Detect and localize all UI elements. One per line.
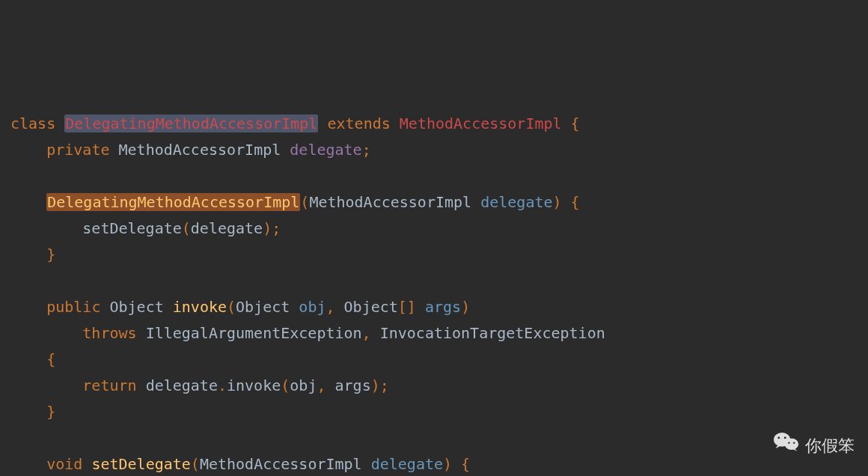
keyword-private: private: [46, 141, 109, 159]
type-object[interactable]: Object: [344, 298, 398, 316]
param-type[interactable]: MethodAccessorImpl: [200, 455, 362, 473]
paren-close: ): [371, 376, 380, 394]
paren-open: (: [182, 219, 191, 237]
brace-close: }: [46, 245, 55, 263]
semicolon: ;: [272, 219, 281, 237]
comma: ,: [362, 324, 371, 342]
brace-open: {: [571, 115, 580, 132]
svg-point-4: [788, 442, 789, 443]
arg-obj[interactable]: obj: [290, 376, 317, 394]
paren-open: (: [191, 455, 200, 473]
method-setdelegate[interactable]: setDelegate: [91, 455, 190, 473]
wechat-icon: [774, 431, 799, 462]
type-object[interactable]: Object: [109, 298, 163, 316]
brace-open: {: [461, 455, 470, 473]
call-invoke[interactable]: invoke: [227, 376, 281, 394]
ref-delegate[interactable]: delegate: [146, 376, 218, 394]
comma: ,: [326, 298, 334, 316]
brace-open: {: [571, 193, 580, 211]
exception-illegalargument[interactable]: IllegalArgumentException: [146, 324, 362, 342]
brace-close: }: [46, 403, 55, 421]
method-invoke[interactable]: invoke: [173, 298, 227, 316]
class-name-main[interactable]: DelegatingMethodAccessorImpl: [64, 115, 318, 132]
watermark-text: 你假笨: [805, 432, 855, 461]
call-setdelegate[interactable]: setDelegate: [82, 219, 181, 237]
type-methodaccessorimpl[interactable]: MethodAccessorImpl: [119, 141, 281, 159]
keyword-public: public: [46, 298, 100, 316]
keyword-void: void: [46, 455, 82, 473]
dot: .: [218, 376, 227, 394]
svg-point-1: [784, 438, 798, 449]
paren-close: ): [461, 298, 470, 316]
paren-open: (: [227, 298, 236, 316]
brackets: []: [398, 298, 416, 316]
param-type[interactable]: MethodAccessorImpl: [309, 193, 471, 211]
paren-close: ): [553, 193, 562, 211]
param-obj[interactable]: obj: [299, 298, 326, 316]
type-object[interactable]: Object: [236, 298, 290, 316]
arg-delegate[interactable]: delegate: [191, 219, 263, 237]
paren-close: ): [263, 219, 272, 237]
exception-invocationtarget[interactable]: InvocationTargetException: [380, 324, 605, 342]
watermark: 你假笨: [774, 431, 855, 462]
superclass-name[interactable]: MethodAccessorImpl: [400, 115, 562, 132]
semicolon: ;: [380, 376, 389, 394]
constructor-name[interactable]: DelegatingMethodAccessorImpl: [46, 193, 300, 211]
keyword-extends: extends: [327, 115, 390, 132]
param-delegate[interactable]: delegate: [480, 193, 552, 211]
paren-close: ): [443, 455, 452, 473]
keyword-return: return: [82, 376, 136, 394]
svg-point-3: [784, 436, 786, 439]
keyword-class: class: [10, 115, 55, 132]
keyword-throws: throws: [82, 324, 136, 342]
comma: ,: [317, 376, 326, 394]
brace-open: {: [46, 350, 55, 368]
semicolon: ;: [362, 141, 371, 159]
svg-point-5: [793, 442, 795, 443]
svg-point-2: [777, 436, 780, 439]
paren-open: (: [281, 376, 290, 394]
code-block: class DelegatingMethodAccessorImpl exten…: [10, 111, 858, 476]
paren-open: (: [300, 193, 309, 211]
param-delegate[interactable]: delegate: [371, 455, 443, 473]
arg-args[interactable]: args: [335, 376, 371, 394]
param-args[interactable]: args: [425, 298, 461, 316]
field-delegate[interactable]: delegate: [290, 141, 361, 159]
